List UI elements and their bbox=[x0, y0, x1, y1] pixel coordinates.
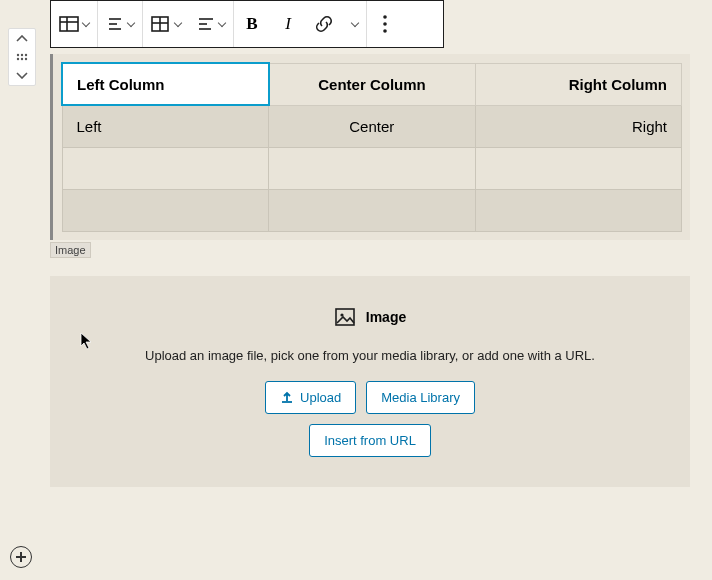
image-icon bbox=[334, 306, 356, 328]
table-cell[interactable]: Right bbox=[475, 105, 682, 147]
more-rich-text-button[interactable] bbox=[342, 1, 366, 47]
chevron-down-icon bbox=[82, 19, 90, 27]
more-options-button[interactable] bbox=[367, 1, 403, 47]
edit-table-button[interactable] bbox=[143, 1, 189, 47]
table-cell[interactable] bbox=[269, 147, 476, 189]
image-block-title: Image bbox=[366, 309, 406, 325]
svg-point-3 bbox=[17, 58, 19, 60]
table-row bbox=[62, 147, 682, 189]
mouse-cursor-icon bbox=[80, 332, 94, 350]
chevron-down-icon bbox=[351, 19, 359, 27]
svg-point-4 bbox=[21, 58, 23, 60]
table[interactable]: Left Column Center Column Right Column L… bbox=[61, 62, 682, 232]
more-vertical-icon bbox=[383, 15, 387, 33]
insert-from-url-button-label: Insert from URL bbox=[324, 433, 416, 448]
move-up-icon[interactable] bbox=[16, 35, 28, 43]
table-row bbox=[62, 189, 682, 231]
insert-from-url-button[interactable]: Insert from URL bbox=[309, 424, 431, 457]
move-down-icon[interactable] bbox=[16, 71, 28, 79]
upload-button[interactable]: Upload bbox=[265, 381, 356, 414]
upload-button-label: Upload bbox=[300, 390, 341, 405]
chevron-down-icon bbox=[218, 19, 226, 27]
image-block-placeholder[interactable]: Image Upload an image file, pick one fro… bbox=[50, 276, 690, 487]
media-library-button-label: Media Library bbox=[381, 390, 460, 405]
table-cell[interactable] bbox=[62, 189, 269, 231]
align-button[interactable] bbox=[98, 1, 142, 47]
edit-table-icon bbox=[151, 15, 171, 33]
table-block-type-button[interactable] bbox=[51, 1, 97, 47]
column-align-button[interactable] bbox=[189, 1, 233, 47]
table-header-cell[interactable]: Left Column bbox=[62, 63, 269, 105]
table-cell[interactable] bbox=[475, 147, 682, 189]
link-icon bbox=[314, 14, 334, 34]
column-align-icon bbox=[197, 15, 215, 33]
table-cell[interactable]: Center bbox=[269, 105, 476, 147]
italic-button[interactable]: I bbox=[270, 1, 306, 47]
svg-point-19 bbox=[383, 22, 387, 26]
svg-point-1 bbox=[21, 54, 23, 56]
block-type-label: Image bbox=[50, 242, 91, 258]
table-header-row: Left Column Center Column Right Column bbox=[62, 63, 682, 105]
bold-icon: B bbox=[246, 14, 257, 34]
table-cell[interactable] bbox=[475, 189, 682, 231]
table-block[interactable]: Left Column Center Column Right Column L… bbox=[50, 54, 690, 240]
align-icon bbox=[106, 15, 124, 33]
table-cell[interactable] bbox=[62, 147, 269, 189]
block-mover[interactable] bbox=[8, 28, 36, 86]
svg-point-18 bbox=[383, 15, 387, 19]
table-icon bbox=[59, 14, 79, 34]
svg-point-0 bbox=[17, 54, 19, 56]
svg-point-20 bbox=[383, 29, 387, 33]
block-toolbar: B I bbox=[50, 0, 444, 48]
upload-icon bbox=[280, 390, 294, 404]
table-header-cell[interactable]: Right Column bbox=[475, 63, 682, 105]
drag-handle-icon[interactable] bbox=[16, 53, 28, 61]
bold-button[interactable]: B bbox=[234, 1, 270, 47]
italic-icon: I bbox=[285, 14, 291, 34]
svg-rect-6 bbox=[60, 17, 78, 31]
add-block-button[interactable] bbox=[10, 546, 32, 568]
chevron-down-icon bbox=[174, 19, 182, 27]
svg-point-5 bbox=[25, 58, 27, 60]
link-button[interactable] bbox=[306, 1, 342, 47]
table-cell[interactable] bbox=[269, 189, 476, 231]
svg-rect-21 bbox=[336, 309, 354, 325]
table-row: Left Center Right bbox=[62, 105, 682, 147]
table-cell[interactable]: Left bbox=[62, 105, 269, 147]
media-library-button[interactable]: Media Library bbox=[366, 381, 475, 414]
table-header-cell[interactable]: Center Column bbox=[269, 63, 476, 105]
image-block-description: Upload an image file, pick one from your… bbox=[80, 348, 660, 363]
svg-point-2 bbox=[25, 54, 27, 56]
chevron-down-icon bbox=[127, 19, 135, 27]
